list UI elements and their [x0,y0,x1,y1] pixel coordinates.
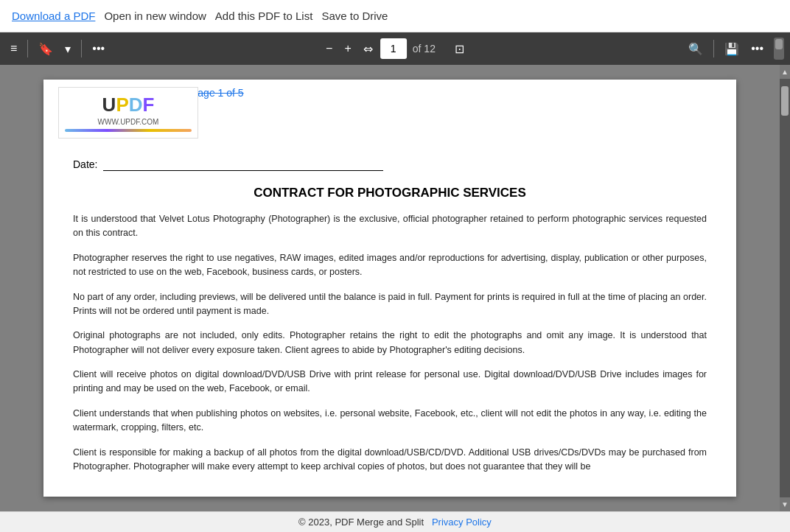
pdf-toolbar: ≡ 🔖 ▾ ••• − + ⇔ of 12 ⊡ [0,32,790,65]
split-icon: ⊡ [455,42,464,56]
add-link[interactable]: Add this PDF to List [215,10,313,22]
save-link[interactable]: Save to Drive [321,10,388,22]
open-link[interactable]: Open in new window [104,10,206,22]
footer: © 2023, PDF Merge and Split Privacy Poli… [0,511,790,532]
updf-watermark: UPDF WWW.UPDF.COM [58,87,198,139]
list-icon: ≡ [10,42,17,55]
more-horiz-icon-right: ••• [751,42,763,55]
plus-icon: + [344,42,351,55]
toolbar-scroll-indicator [774,38,784,60]
privacy-policy-link[interactable]: Privacy Policy [432,517,492,528]
toolbar-center: − + ⇔ of 12 ⊡ [321,38,469,59]
date-line: Date: [43,158,736,171]
save-icon: 💾 [724,42,739,56]
contract-heading: CONTRACT FOR PHOTOGRAPHIC SERVICES [73,186,707,200]
toolbar-right: 🔍 💾 ••• [684,38,784,60]
more-horiz-icon-left: ••• [92,42,105,55]
bookmark-dropdown-button[interactable]: ▾ [60,39,75,59]
save-button[interactable]: 💾 [720,39,744,59]
paragraph-7: Client is responsible for making a backu… [73,446,707,475]
scroll-up-arrow[interactable]: ▲ [780,65,790,79]
split-button[interactable]: ⊡ [450,39,469,59]
page-number-input[interactable] [380,38,407,59]
rotate-button[interactable] [438,46,447,52]
paragraph-1: It is understood that Velvet Lotus Photo… [73,212,707,241]
paragraph-6: Client understands that when publishing … [73,407,707,435]
toolbar-left: ≡ 🔖 ▾ ••• [6,39,109,59]
scroll-track [780,79,790,497]
paragraph-3: No part of any order, including previews… [73,290,707,319]
pdf-page: UPDF WWW.UPDF.COM Page 1 of 5 Date: CONT… [43,80,736,497]
updf-url: WWW.UPDF.COM [98,118,159,126]
zoom-out-button[interactable]: − [321,39,337,58]
zoom-in-button[interactable]: + [340,39,355,58]
list-view-button[interactable]: ≡ [6,39,21,58]
main-area: UPDF WWW.UPDF.COM Page 1 of 5 Date: CONT… [0,65,790,511]
bookmark-button[interactable]: 🔖 [34,39,57,59]
paragraph-4: Original photographs are not included, o… [73,329,707,357]
minus-icon: − [326,42,332,55]
more-options-right-button[interactable]: ••• [747,39,768,58]
updf-bar [65,129,192,132]
chevron-down-icon: ▾ [65,42,71,56]
paragraph-2: Photographer reserves the right to use n… [73,251,707,280]
separator-1 [27,40,28,57]
updf-logo: UPDF [102,94,155,116]
pdf-area[interactable]: UPDF WWW.UPDF.COM Page 1 of 5 Date: CONT… [0,65,780,511]
page-title: Page 1 of 5 [191,87,244,99]
search-button[interactable]: 🔍 [684,39,707,59]
scroll-thumb[interactable] [781,86,789,116]
separator-2 [81,40,82,57]
top-bar: Download a PDF Open in new window Add th… [0,0,790,32]
separator-3 [713,40,714,57]
pdf-content: CONTRACT FOR PHOTOGRAPHIC SERVICES It is… [43,171,736,506]
download-link[interactable]: Download a PDF [12,10,95,22]
bookmark-icon: 🔖 [38,42,53,56]
search-icon: 🔍 [688,42,703,56]
date-label: Date: [73,158,97,170]
more-options-left-button[interactable]: ••• [88,39,109,58]
scroll-down-arrow[interactable]: ▼ [780,497,790,511]
footer-copyright: © 2023, PDF Merge and Split [298,517,424,528]
paragraph-5: Client will receive photos on digital do… [73,368,707,396]
fit-page-button[interactable]: ⇔ [359,39,377,59]
right-scrollbar[interactable]: ▲ ▼ [780,65,790,511]
fit-icon: ⇔ [363,42,373,56]
page-of-label: of 12 [413,43,436,55]
date-underline-field [103,158,383,171]
